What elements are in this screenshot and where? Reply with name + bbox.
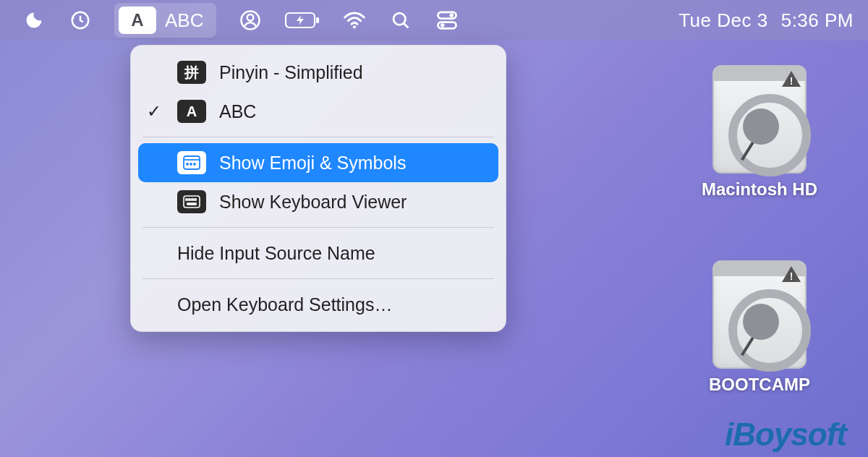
time-machine-icon[interactable] <box>68 8 93 33</box>
option-label: Show Emoji & Symbols <box>219 153 406 174</box>
drive-label: BOOTCAMP <box>680 375 839 395</box>
input-source-menu-button[interactable]: A ABC <box>114 3 216 38</box>
svg-point-2 <box>247 14 254 21</box>
option-label: Show Keyboard Viewer <box>219 192 407 213</box>
svg-point-10 <box>441 23 445 27</box>
search-icon[interactable] <box>388 8 413 33</box>
open-keyboard-settings-item[interactable]: Open Keyboard Settings… <box>138 285 498 324</box>
option-label: Hide Input Source Name <box>177 243 375 264</box>
time-label: 5:36 PM <box>781 9 854 32</box>
input-source-badge: A <box>119 7 156 34</box>
input-source-dropdown: 拼 Pinyin - Simplified ✓ A ABC Show Emoji… <box>130 45 506 332</box>
pinyin-icon: 拼 <box>177 61 206 84</box>
svg-rect-15 <box>184 196 200 208</box>
menu-separator <box>142 137 494 137</box>
desktop-drive-macintosh-hd[interactable]: ! Macintosh HD <box>680 65 839 200</box>
battery-icon[interactable] <box>284 8 320 33</box>
desktop-drive-bootcamp[interactable]: ! BOOTCAMP <box>680 260 839 395</box>
control-center-icon[interactable] <box>435 8 459 33</box>
watermark-logo: iBoysoft <box>725 417 846 453</box>
svg-point-5 <box>353 25 356 28</box>
show-emoji-symbols-item[interactable]: Show Emoji & Symbols <box>138 143 498 182</box>
date-label: Tue Dec 3 <box>678 9 767 32</box>
svg-point-13 <box>190 163 192 165</box>
input-source-option-abc[interactable]: ✓ A ABC <box>138 92 498 131</box>
wifi-icon[interactable] <box>342 8 367 33</box>
abc-icon: A <box>177 100 206 123</box>
svg-point-8 <box>450 13 454 17</box>
menu-bar-clock[interactable]: Tue Dec 3 5:36 PM <box>678 9 854 32</box>
hide-input-source-name-item[interactable]: Hide Input Source Name <box>138 234 498 273</box>
svg-rect-19 <box>195 199 196 200</box>
svg-point-12 <box>187 163 188 165</box>
menu-separator <box>142 278 494 279</box>
show-keyboard-viewer-item[interactable]: Show Keyboard Viewer <box>138 182 498 221</box>
svg-rect-16 <box>186 199 187 200</box>
svg-rect-20 <box>187 203 196 205</box>
svg-point-14 <box>194 163 195 165</box>
keyboard-icon <box>177 190 206 213</box>
svg-rect-4 <box>316 17 319 23</box>
svg-rect-11 <box>184 156 200 169</box>
user-icon[interactable] <box>238 8 263 33</box>
menu-bar: A ABC Tue Dec 3 5:36 PM <box>0 0 868 40</box>
input-source-label: ABC <box>165 9 203 32</box>
checkmark-icon: ✓ <box>144 101 164 121</box>
option-label: ABC <box>219 101 256 122</box>
svg-rect-17 <box>189 199 190 200</box>
option-label: Pinyin - Simplified <box>219 62 363 83</box>
drive-label: Macintosh HD <box>680 179 839 200</box>
input-source-option-pinyin[interactable]: 拼 Pinyin - Simplified <box>138 53 498 92</box>
option-label: Open Keyboard Settings… <box>177 294 392 315</box>
svg-point-6 <box>394 13 406 25</box>
do-not-disturb-icon[interactable] <box>22 8 46 33</box>
menu-separator <box>142 227 494 228</box>
svg-rect-18 <box>192 199 193 200</box>
hard-drive-icon: ! <box>712 260 807 369</box>
character-viewer-icon <box>177 151 206 174</box>
hard-drive-icon: ! <box>712 65 807 174</box>
